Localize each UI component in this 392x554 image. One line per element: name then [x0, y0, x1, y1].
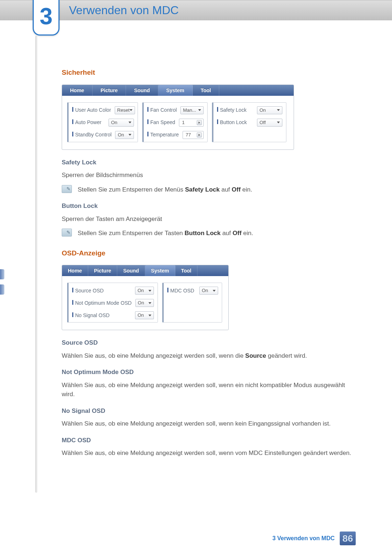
dropdown-no-signal-osd[interactable]: On: [135, 311, 154, 319]
side-marker: [0, 269, 4, 279]
chevron-down-icon: [130, 109, 132, 111]
footer-label: 3 Verwenden von MDC: [272, 535, 335, 542]
chevron-down-icon: [277, 122, 280, 123]
group-power: User Auto Color Reset Auto Power On Stan…: [67, 102, 138, 142]
subheading-no-signal: No Signal OSD: [62, 406, 356, 416]
subheading-not-optimum: Not Optimum Mode OSD: [62, 368, 356, 377]
tab-system[interactable]: System: [158, 85, 193, 96]
tab-tool[interactable]: Tool: [193, 85, 220, 96]
chevron-down-icon: [128, 134, 131, 136]
spinner-temperature[interactable]: 77: [183, 131, 204, 139]
label-user-auto-color: User Auto Color: [72, 106, 111, 114]
field-button-lock: Button Lock Off: [217, 119, 282, 127]
tab-tool[interactable]: Tool: [175, 265, 198, 276]
tab-picture[interactable]: Picture: [88, 265, 117, 276]
field-not-optimum-mode-osd: Not Optimum Mode OSD On: [72, 299, 154, 307]
text-safety-lock-desc: Sperren der Bildschirmmenüs: [62, 171, 356, 180]
field-auto-power: Auto Power On: [72, 119, 134, 127]
subheading-mdc-osd: MDC OSD: [62, 436, 356, 445]
content-area: Sicherheit Home Picture Sound System Too…: [62, 20, 356, 458]
label-button-lock: Button Lock: [217, 119, 253, 126]
side-marker: [0, 284, 4, 295]
tab-picture[interactable]: Picture: [93, 85, 126, 96]
field-mdc-osd: MDC OSD On: [167, 287, 218, 295]
spinner-fan-speed[interactable]: 1: [179, 119, 204, 127]
field-fan-speed: Fan Speed 1: [147, 119, 204, 127]
field-source-osd: Source OSD On: [72, 287, 154, 295]
label-source-osd: Source OSD: [72, 287, 131, 295]
tab-home[interactable]: Home: [62, 85, 93, 96]
panel-sicherheit: Home Picture Sound System Tool User Auto…: [62, 85, 294, 150]
section-heading-sicherheit: Sicherheit: [62, 67, 356, 78]
note-text: Stellen Sie zum Entsperren der Tasten Bu…: [78, 229, 356, 238]
dropdown-button-lock[interactable]: Off: [257, 119, 282, 127]
tab-sound[interactable]: Sound: [117, 265, 145, 276]
chevron-down-icon: [148, 315, 151, 316]
chevron-down-icon: [198, 109, 201, 111]
dropdown-mdc-osd[interactable]: On: [199, 287, 218, 295]
label-safety-lock: Safety Lock: [217, 106, 253, 114]
chevron-down-icon: [277, 109, 280, 111]
label-no-signal-osd: No Signal OSD: [72, 312, 131, 319]
field-safety-lock: Safety Lock On: [217, 106, 282, 114]
group-osd-left: Source OSD On Not Optimum Mode OSD On No…: [67, 283, 158, 323]
panel-body: User Auto Color Reset Auto Power On Stan…: [62, 96, 294, 149]
dropdown-user-auto-color[interactable]: Reset: [115, 106, 135, 114]
group-osd-right: MDC OSD On: [162, 283, 222, 323]
subheading-source-osd: Source OSD: [62, 338, 356, 348]
label-not-optimum-mode-osd: Not Optimum Mode OSD: [72, 299, 132, 307]
chapter-title: Verwenden von MDC: [69, 4, 179, 17]
dropdown-source-osd[interactable]: On: [135, 287, 154, 295]
panel-body: Source OSD On Not Optimum Mode OSD On No…: [62, 276, 228, 330]
field-temperature: Temperature 77: [147, 131, 204, 139]
footer: 3 Verwenden von MDC 86: [272, 532, 356, 545]
tab-system[interactable]: System: [145, 265, 175, 276]
label-standby-control: Standby Control: [72, 131, 111, 139]
note-button-lock: ✎ Stellen Sie zum Entsperren der Tasten …: [62, 229, 356, 238]
text-button-lock-desc: Sperren der Tasten am Anzeigegerät: [62, 214, 356, 224]
label-temperature: Temperature: [147, 131, 179, 139]
dropdown-auto-power[interactable]: On: [109, 119, 134, 127]
label-mdc-osd: MDC OSD: [167, 287, 196, 295]
label-fan-speed: Fan Speed: [147, 119, 175, 126]
tab-sound[interactable]: Sound: [126, 85, 158, 96]
subheading-button-lock: Button Lock: [62, 201, 356, 211]
subheading-safety-lock: Safety Lock: [62, 158, 356, 167]
chevron-down-icon: [148, 290, 151, 292]
panel-tabs: Home Picture Sound System Tool: [62, 85, 294, 96]
label-auto-power: Auto Power: [72, 119, 105, 126]
chapter-badge: 3: [33, 0, 60, 36]
group-lock: Safety Lock On Button Lock Off: [212, 102, 286, 142]
chevron-down-icon: [148, 302, 151, 304]
panel-osd: Home Picture Sound System Tool Source OS…: [62, 265, 229, 330]
dropdown-not-optimum-mode-osd[interactable]: On: [135, 299, 154, 307]
note-safety-lock: ✎ Stellen Sie zum Entsperren der Menüs S…: [62, 185, 356, 194]
section-heading-osd: OSD-Anzeige: [62, 248, 356, 259]
field-user-auto-color: User Auto Color Reset: [72, 106, 134, 114]
chevron-down-icon: [213, 290, 216, 292]
text-source-osd: Wählen Sie aus, ob eine Meldung angezeig…: [62, 351, 356, 361]
note-text: Stellen Sie zum Entsperren der Menüs Saf…: [78, 185, 356, 194]
text-mdc-osd: Wählen Sie aus, ob eine Meldung angezeig…: [62, 448, 356, 458]
chevron-down-icon: [128, 122, 131, 123]
panel-tabs: Home Picture Sound System Tool: [62, 265, 228, 276]
field-no-signal-osd: No Signal OSD On: [72, 311, 154, 319]
field-fan-control: Fan Control Man...: [147, 106, 204, 114]
chevron-right-icon[interactable]: [197, 132, 202, 138]
page-number-badge: 86: [340, 532, 356, 545]
side-rule: [35, 36, 37, 493]
label-fan-control: Fan Control: [147, 106, 177, 114]
dropdown-fan-control[interactable]: Man...: [180, 106, 204, 114]
text-no-signal: Wählen Sie aus, ob eine Meldung angezeig…: [62, 419, 356, 428]
dropdown-safety-lock[interactable]: On: [257, 106, 282, 114]
chapter-number: 3: [40, 5, 53, 28]
tab-home[interactable]: Home: [62, 265, 88, 276]
dropdown-standby-control[interactable]: On: [115, 131, 134, 139]
group-fan: Fan Control Man... Fan Speed 1 Temperatu…: [142, 102, 208, 142]
note-icon: ✎: [62, 185, 72, 193]
chevron-right-icon[interactable]: [197, 120, 202, 125]
text-not-optimum: Wählen Sie aus, ob eine Meldung angezeig…: [62, 381, 356, 399]
field-standby-control: Standby Control On: [72, 131, 134, 139]
note-icon: ✎: [62, 229, 72, 237]
